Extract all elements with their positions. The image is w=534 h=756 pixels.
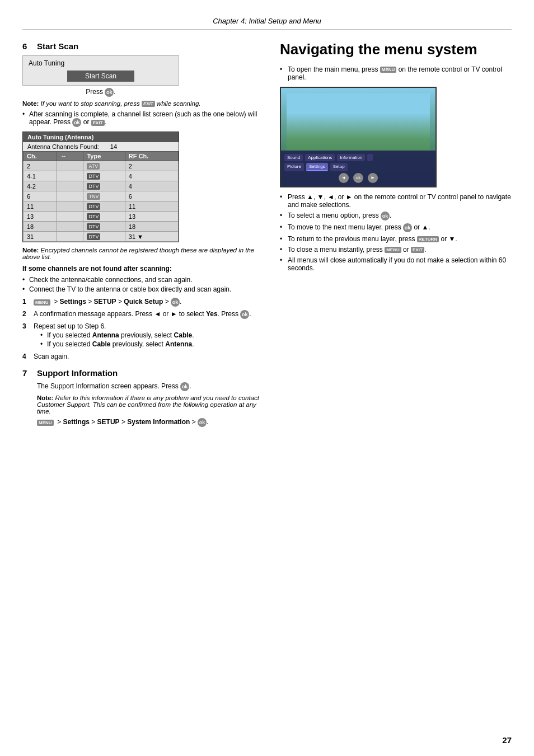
type-badge-dtv: DTV [87, 203, 100, 210]
col-type: Type [83, 152, 125, 161]
chapter-header: Chapter 4: Initial Setup and Menu [22, 17, 512, 30]
tv-menu-empty [367, 154, 373, 161]
cell-type: DTV [83, 222, 125, 232]
step4: 4 Scan again. [22, 353, 263, 360]
cell-type: DTV [83, 232, 125, 242]
step3-num: 3 [22, 322, 34, 330]
cell-ch: 18 [24, 222, 57, 232]
tv-menu-icons: ◄ ok ► [284, 173, 432, 183]
two-column-layout: 6 Start Scan Auto Tuning Start Scan Pres… [22, 41, 512, 427]
ok-icon2: ok [240, 310, 249, 319]
nav-bullets-list: Press ▲, ▼, ◄, or ► on the remote contro… [280, 193, 512, 272]
navigating-title: Navigating the menu system [280, 41, 512, 58]
type-badge-atv: ATV [87, 163, 100, 170]
cell-rf: 13 [125, 212, 178, 222]
table-row: 18DTV18 [24, 222, 179, 232]
cell-ch: 4-2 [24, 181, 57, 191]
menu-close-icon: MENU [385, 247, 401, 253]
type-badge-dtv: DTV [87, 213, 100, 220]
nav-item-arrows: Press ▲, ▼, ◄, or ► on the remote contro… [280, 193, 512, 209]
channel-table-wrap: Auto Tuning (Antenna) Antenna Channels F… [22, 132, 179, 242]
step4-content: Scan again. [34, 353, 263, 360]
not-found-heading: If some channels are not found after sca… [22, 265, 263, 273]
cell-ch: 2 [24, 161, 57, 171]
tv-menu-info: Information [337, 154, 365, 161]
exit-icon-2: EXIT [91, 120, 105, 126]
after-scan-item: After scanning is complete, a channel li… [22, 110, 263, 127]
section7-body: The Support Information screen appears. … [37, 382, 263, 427]
type-badge-dtv: DTV [87, 173, 100, 180]
step1-num: 1 [22, 298, 34, 306]
menu-icon2: MENU [37, 420, 54, 426]
cell-type: ATV [83, 161, 125, 171]
section7-note: Note: Refer to this information if there… [37, 395, 263, 415]
step3-sub1: If you selected Antenna previously, sele… [40, 331, 263, 339]
table-row: 6TNV6 [24, 191, 179, 201]
channel-table: Ch. ↔ Type RF Ch. 2ATV2 4-1DTV4 4-2DTV4 … [23, 151, 179, 242]
tv-menu-row2: Picture Settings Setup [284, 163, 432, 171]
cell-ch: 13 [24, 212, 57, 222]
tv-menu-row1: Sound Applications Information [284, 154, 432, 161]
channel-table-head-row: Ch. ↔ Type RF Ch. [24, 152, 179, 161]
tv-icon-fwd: ► [368, 173, 378, 183]
press-ok-label: Press ok. [22, 88, 179, 97]
cell-ch: 31 [24, 232, 57, 242]
type-badge-dtv: DTV [87, 183, 100, 190]
cell-rf: 4 [125, 171, 178, 181]
step2-num: 2 [22, 310, 34, 318]
ok-button-icon: ok [105, 88, 114, 97]
section7-note-label: Note: [37, 395, 53, 401]
start-scan-button[interactable]: Start Scan [67, 71, 134, 82]
nav-item-prev: To return to the previous menu layer, pr… [280, 235, 512, 243]
note1: Note: If you want to stop scanning, pres… [22, 100, 263, 107]
cell-type: DTV [83, 212, 125, 222]
col-sig: ↔ [57, 152, 83, 161]
ok-icon3: ok [180, 382, 189, 391]
cell-type: DTV [83, 181, 125, 191]
cell-type: TNV [83, 191, 125, 201]
nav-intro-item: To open the main menu, press MENU on the… [280, 65, 512, 81]
exit-icon: EXIT [142, 101, 155, 107]
tv-icon-ok: ok [353, 173, 363, 183]
tv-menu-picture: Picture [284, 163, 304, 171]
col-rf: RF Ch. [125, 152, 178, 161]
ok-nav-icon2: ok [403, 223, 412, 232]
found-label: Antenna Channels Found: [27, 143, 99, 150]
note1-suffix: while scanning. [157, 100, 201, 107]
section7-path: MENU > Settings > SETUP > System Informa… [37, 418, 263, 427]
cell-sig [57, 201, 83, 212]
steps-list: 1 MENU > Settings > SETUP > Quick Setup … [22, 298, 263, 360]
cell-sig [57, 232, 83, 242]
table-row: 11DTV11 [24, 201, 179, 212]
table-row: 2ATV2 [24, 161, 179, 171]
step1-content: MENU > Settings > SETUP > Quick Setup > … [34, 298, 263, 307]
right-column: Navigating the menu system To open the m… [280, 41, 512, 427]
step3-content: Repeat set up to Step 6. If you selected… [34, 322, 263, 349]
cell-rf: 6 [125, 191, 178, 201]
chapter-title: Chapter 4: Initial Setup and Menu [213, 17, 321, 25]
step3: 3 Repeat set up to Step 6. If you select… [22, 322, 263, 349]
section6-header: 6 Start Scan [22, 41, 263, 51]
auto-tuning-label: Auto Tuning [29, 59, 173, 67]
cell-type: DTV [83, 201, 125, 212]
cell-rf: 31 ▼ [125, 232, 178, 242]
section7-header: 7 Support Information [22, 368, 263, 378]
not-found-item1: Check the antenna/cable connections, and… [22, 276, 263, 284]
ok-nav-icon: ok [381, 212, 390, 220]
cell-sig [57, 212, 83, 222]
after-scan-list: After scanning is complete, a channel li… [22, 110, 263, 127]
tv-menu-overlay: Sound Applications Information Picture S… [281, 151, 435, 186]
cell-type: DTV [83, 171, 125, 181]
auto-tuning-box: Auto Tuning Start Scan [22, 55, 179, 86]
ok-icon: ok [171, 298, 180, 307]
press-text: Press [86, 88, 103, 96]
cell-rf: 11 [125, 201, 178, 212]
channels-found-row: Antenna Channels Found: 14 [23, 142, 179, 151]
cell-sig [57, 181, 83, 191]
section7-note-text: Refer to this information if there is an… [37, 395, 259, 415]
tv-screenshot: Sound Applications Information Picture S… [280, 87, 437, 187]
section7-p1: The Support Information screen appears. … [37, 382, 263, 391]
step1: 1 MENU > Settings > SETUP > Quick Setup … [22, 298, 263, 307]
ok-icon4: ok [198, 418, 207, 427]
cell-rf: 18 [125, 222, 178, 232]
